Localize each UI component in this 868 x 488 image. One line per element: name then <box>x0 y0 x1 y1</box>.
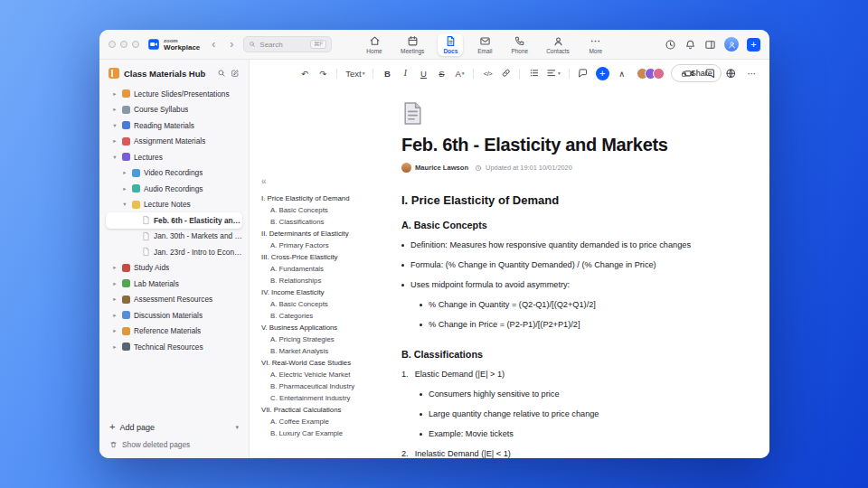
chevron-down-icon[interactable]: ▾ <box>235 424 239 431</box>
tab-home[interactable]: Home <box>362 33 387 56</box>
bullet-item[interactable]: Uses midpoint formula to avoid asymmetry… <box>401 279 746 290</box>
outline-item[interactable]: IV. Income Elasticity <box>261 286 402 298</box>
tree-item[interactable]: ▸Course Syllabus <box>106 102 242 118</box>
more-options-button[interactable]: ⋯ <box>745 67 759 80</box>
comment-button[interactable] <box>576 66 590 81</box>
bullet-item[interactable]: Formula: (% Change in Quantity Demanded)… <box>401 259 746 270</box>
text-color-button[interactable]: A▾ <box>452 66 467 81</box>
tree-item[interactable]: ▸Study Aids <box>106 260 242 277</box>
tree-item-label: Assessment Resources <box>134 295 212 304</box>
add-button[interactable]: + <box>747 38 760 52</box>
chat-button[interactable] <box>703 67 717 80</box>
sidebar-search-icon[interactable] <box>217 69 226 78</box>
tab-more[interactable]: More <box>583 33 609 56</box>
outline-item[interactable]: B. Market Analysis <box>261 345 402 357</box>
code-button[interactable]: </> <box>480 66 495 81</box>
outline-item[interactable]: B. Relationships <box>261 275 402 286</box>
bold-button[interactable]: B <box>380 66 394 81</box>
close-window-button[interactable] <box>108 41 116 48</box>
text-style-select[interactable]: Text▾ <box>344 66 366 81</box>
outline-item[interactable]: VI. Real-World Case Studies <box>261 357 402 369</box>
outline-item[interactable]: III. Cross-Price Elasticity <box>261 251 402 263</box>
tab-email[interactable]: Email <box>472 33 497 56</box>
underline-button[interactable]: U <box>416 66 430 81</box>
tree-item[interactable]: ▾Reading Materials <box>106 117 242 134</box>
tab-meetings[interactable]: Meetings <box>396 33 429 56</box>
tree-item[interactable]: ▸Assignment Materials <box>106 134 242 150</box>
bulleted-list-button[interactable] <box>526 66 541 81</box>
section-heading[interactable]: A. Basic Concepts <box>401 220 746 230</box>
align-button[interactable]: ▾ <box>544 66 561 81</box>
user-avatar[interactable] <box>724 37 739 52</box>
bullet-item[interactable]: Consumers highly sensitive to price <box>420 389 746 399</box>
outline-item[interactable]: A. Primary Factors <box>261 239 402 251</box>
tree-item[interactable]: ▸Video Recordings <box>106 165 242 182</box>
undo-button[interactable]: ↶ <box>297 66 312 81</box>
link-button[interactable] <box>498 66 513 81</box>
tree-item[interactable]: ▸Assessment Resources <box>106 292 242 308</box>
bullet-item[interactable]: Definition: Measures how responsive quan… <box>401 239 746 250</box>
start-meeting-button[interactable] <box>683 67 696 80</box>
outline-item[interactable]: A. Coffee Example <box>261 416 402 427</box>
add-page-button[interactable]: + Add page ▾ <box>109 422 239 432</box>
collapse-toolbar-button[interactable]: ∧ <box>615 66 629 81</box>
minimize-window-button[interactable] <box>120 41 127 48</box>
show-deleted-pages-button[interactable]: Show deleted pages <box>109 440 239 449</box>
bullet-item[interactable]: % Change in Price = (P2-P1)/[(P2+P1)/2] <box>420 319 746 330</box>
insert-button[interactable]: + <box>596 67 609 80</box>
outline-item[interactable]: I. Price Elasticity of Demand <box>261 192 402 204</box>
tab-phone[interactable]: Phone <box>506 33 533 56</box>
page-item[interactable]: Jan. 23rd - Intro to Econo... <box>106 244 242 260</box>
tree-item[interactable]: ▸Lecture Slides/Presentations <box>106 86 242 102</box>
notifications-bell-icon[interactable] <box>684 39 696 51</box>
page-item[interactable]: Jan. 30th - Markets and P... <box>106 229 242 245</box>
outline-item[interactable]: A. Pricing Strategies <box>261 333 402 345</box>
numbered-item[interactable]: 1.Elastic Demand (|E| > 1) <box>401 369 746 380</box>
back-button[interactable]: ‹ <box>207 37 220 52</box>
chevron-right-icon: ▸ <box>111 312 118 319</box>
outline-item[interactable]: II. Determinants of Elasticity <box>261 228 402 239</box>
document-title[interactable]: Feb. 6th - Elasticity and Markets <box>401 135 746 155</box>
tree-item[interactable]: ▸Audio Recordings <box>106 181 242 197</box>
section-heading[interactable]: B. Classifications <box>401 349 746 360</box>
page-item[interactable]: Feb. 6th - Elasticity and M... <box>106 212 242 229</box>
outline-item[interactable]: V. Business Applications <box>261 322 402 333</box>
tree-item[interactable]: ▸Lab Materials <box>106 276 242 292</box>
section-heading[interactable]: I. Price Elasticity of Demand <box>401 193 746 207</box>
collapse-outline-icon[interactable]: « <box>261 177 402 186</box>
tree-item[interactable]: ▸Discussion Materials <box>106 307 242 324</box>
outline-item[interactable]: VII. Practical Calculations <box>261 404 402 416</box>
outline-item[interactable]: A. Electric Vehicle Market <box>261 369 402 380</box>
outline-item[interactable]: A. Basic Concepts <box>261 298 402 310</box>
outline-item[interactable]: B. Luxury Car Example <box>261 427 402 439</box>
tab-contacts[interactable]: Contacts <box>542 33 574 56</box>
outline-item[interactable]: A. Fundamentals <box>261 263 402 275</box>
outline-item[interactable]: B. Categories <box>261 310 402 322</box>
redo-button[interactable]: ↷ <box>316 66 330 81</box>
global-search-input[interactable]: Search ⌘F <box>243 36 332 52</box>
italic-button[interactable]: I <box>398 66 412 81</box>
outline-item[interactable]: B. Classifications <box>261 216 402 228</box>
bullet-item[interactable]: Large quantity change relative to price … <box>420 408 746 419</box>
maximize-window-button[interactable] <box>132 41 139 48</box>
language-button[interactable] <box>724 67 738 80</box>
bullet-item[interactable]: % Change in Quantity = (Q2-Q1)/[(Q2+Q1)/… <box>420 299 746 310</box>
tree-item[interactable]: ▾Lecture Notes <box>106 197 242 213</box>
tree-item[interactable]: ▾Lectures <box>106 149 242 165</box>
history-icon[interactable] <box>665 39 676 51</box>
tab-docs[interactable]: Docs <box>438 33 463 56</box>
outline-item[interactable]: C. Entertainment Industry <box>261 392 402 404</box>
side-panel-icon[interactable] <box>704 39 716 51</box>
outline-item[interactable]: A. Basic Concepts <box>261 204 402 216</box>
collaborator-avatar[interactable] <box>653 68 665 80</box>
tree-item[interactable]: ▸Reference Materials <box>106 324 242 340</box>
updated-timestamp: Updated at 19:01 10/01/2020 <box>486 164 572 172</box>
numbered-item[interactable]: 2.Inelastic Demand (|E| < 1) <box>401 448 746 458</box>
strikethrough-button[interactable]: S <box>434 66 448 81</box>
outline-item[interactable]: B. Pharmaceutical Industry <box>261 380 402 392</box>
bullet-item[interactable]: Example: Movie tickets <box>420 428 746 439</box>
forward-button[interactable]: › <box>225 37 238 52</box>
document-emoji-icon[interactable] <box>401 101 424 126</box>
new-page-icon[interactable] <box>231 69 240 78</box>
tree-item[interactable]: ▸Technical Resources <box>106 339 242 355</box>
